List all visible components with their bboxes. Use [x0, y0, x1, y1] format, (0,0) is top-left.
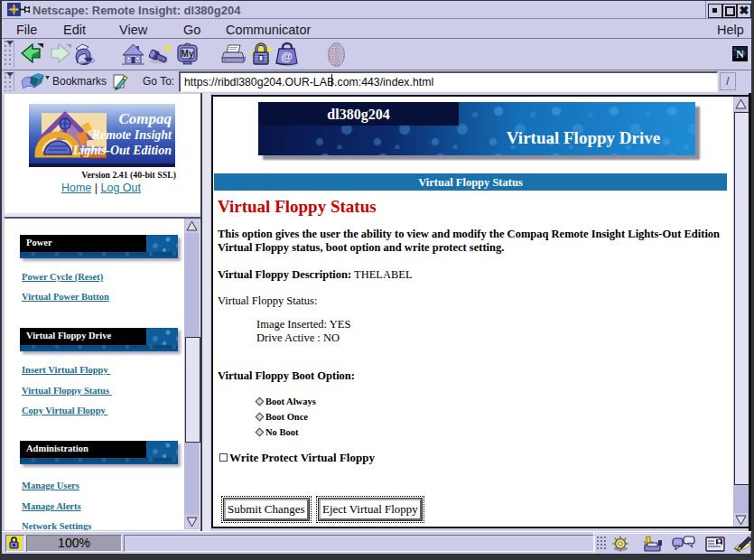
- svg-text:My: My: [182, 49, 194, 59]
- svg-text:N: N: [736, 48, 744, 61]
- svg-text:Remote Insight: Remote Insight: [91, 128, 172, 142]
- svg-text:@: @: [281, 50, 293, 63]
- svg-text:Compaq: Compaq: [118, 110, 172, 127]
- svg-text:Lights-Out Edition: Lights-Out Edition: [72, 144, 172, 157]
